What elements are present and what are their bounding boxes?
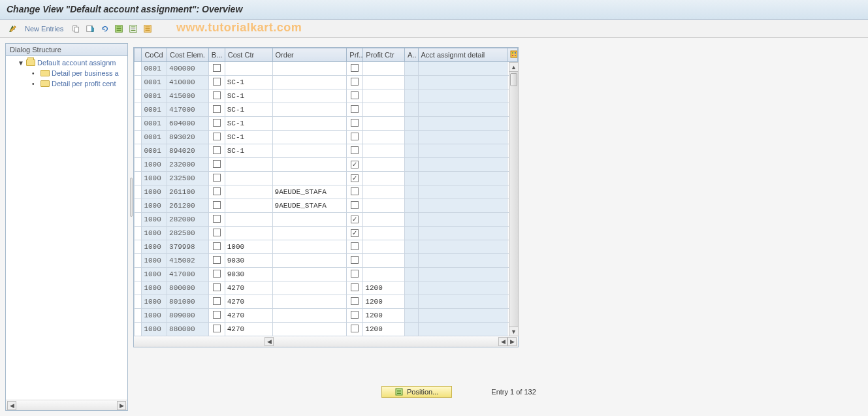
cell-cost-ctr[interactable]: 4270 xyxy=(225,323,272,336)
cell-b-checkbox[interactable] xyxy=(208,268,225,281)
cell-order[interactable]: 9AEUDE_STAFA xyxy=(272,185,347,199)
cell-cost-ctr[interactable]: SC-1 xyxy=(225,76,272,89)
new-entries-button[interactable]: New Entries xyxy=(25,25,63,33)
cell-prf-checkbox[interactable] xyxy=(347,103,363,117)
row-selector[interactable] xyxy=(135,323,142,336)
cell-profit-ctr[interactable] xyxy=(363,240,405,254)
cell-profit-ctr[interactable]: 1200 xyxy=(363,281,405,295)
cell-order[interactable] xyxy=(272,144,347,158)
cell-profit-ctr[interactable] xyxy=(363,268,405,281)
cell-b-checkbox[interactable] xyxy=(208,185,225,199)
cell-prf-checkbox[interactable] xyxy=(347,144,363,158)
cell-b-checkbox[interactable] xyxy=(208,172,225,185)
col-b[interactable]: B... xyxy=(208,48,225,62)
cell-order[interactable] xyxy=(272,281,347,295)
scroll-right-icon[interactable]: ▶ xyxy=(117,401,126,410)
scroll-left-icon[interactable]: ◀ xyxy=(7,401,16,410)
cell-b-checkbox[interactable] xyxy=(208,227,225,240)
cell-b-checkbox[interactable] xyxy=(208,323,225,336)
cell-b-checkbox[interactable] xyxy=(208,240,225,254)
cell-prf-checkbox[interactable] xyxy=(347,172,363,185)
row-selector[interactable] xyxy=(135,240,142,254)
col-cost-ctr[interactable]: Cost Ctr xyxy=(225,48,272,62)
cell-profit-ctr[interactable]: 1200 xyxy=(363,309,405,323)
row-selector[interactable] xyxy=(135,281,142,295)
cell-order[interactable] xyxy=(272,62,347,76)
col-a[interactable]: A.. xyxy=(405,48,418,62)
cell-order[interactable]: 9AEUDE_STAFA xyxy=(272,199,347,213)
cell-profit-ctr[interactable] xyxy=(363,117,405,131)
cell-profit-ctr[interactable] xyxy=(363,227,405,240)
cell-acct-detail[interactable] xyxy=(418,281,507,295)
cell-profit-ctr[interactable] xyxy=(363,199,405,213)
cell-prf-checkbox[interactable] xyxy=(347,240,363,254)
row-selector[interactable] xyxy=(135,131,142,144)
cell-b-checkbox[interactable] xyxy=(208,144,225,158)
cell-acct-detail[interactable] xyxy=(418,254,507,268)
cell-profit-ctr[interactable]: 1200 xyxy=(363,295,405,309)
row-selector[interactable] xyxy=(135,172,142,185)
cell-order[interactable] xyxy=(272,76,347,89)
scroll-thumb[interactable] xyxy=(510,73,517,86)
splitter-grip-icon[interactable] xyxy=(130,178,133,217)
cell-prf-checkbox[interactable] xyxy=(347,199,363,213)
cell-b-checkbox[interactable] xyxy=(208,254,225,268)
cell-acct-detail[interactable] xyxy=(418,227,507,240)
cell-acct-detail[interactable] xyxy=(418,309,507,323)
cell-b-checkbox[interactable] xyxy=(208,103,225,117)
row-selector[interactable] xyxy=(135,254,142,268)
cell-prf-checkbox[interactable] xyxy=(347,185,363,199)
cell-order[interactable] xyxy=(272,268,347,281)
tree-hscrollbar[interactable]: ◀ ▶ xyxy=(6,400,127,410)
col-cost-elem[interactable]: Cost Elem. xyxy=(167,48,209,62)
cell-cost-ctr[interactable]: SC-1 xyxy=(225,103,272,117)
cell-prf-checkbox[interactable] xyxy=(347,254,363,268)
cell-cost-ctr[interactable]: SC-1 xyxy=(225,144,272,158)
cell-prf-checkbox[interactable] xyxy=(347,89,363,103)
cell-order[interactable] xyxy=(272,295,347,309)
cell-cost-ctr[interactable] xyxy=(225,185,272,199)
cell-profit-ctr[interactable] xyxy=(363,76,405,89)
cell-b-checkbox[interactable] xyxy=(208,158,225,172)
tree-item-detail-profit[interactable]: • Detail per profit cent xyxy=(6,78,127,89)
cell-cost-ctr[interactable]: 1000 xyxy=(225,240,272,254)
row-selector[interactable] xyxy=(135,309,142,323)
cell-profit-ctr[interactable] xyxy=(363,172,405,185)
cell-profit-ctr[interactable] xyxy=(363,131,405,144)
cell-cost-ctr[interactable]: 4270 xyxy=(225,281,272,295)
row-selector[interactable] xyxy=(135,185,142,199)
col-prf[interactable]: Prf... xyxy=(347,48,363,62)
cell-acct-detail[interactable] xyxy=(418,158,507,172)
cell-order[interactable] xyxy=(272,323,347,336)
cell-order[interactable] xyxy=(272,158,347,172)
row-selector-header[interactable] xyxy=(135,48,142,62)
scroll-right-icon[interactable]: ▶ xyxy=(507,337,517,346)
cell-acct-detail[interactable] xyxy=(418,323,507,336)
cell-profit-ctr[interactable] xyxy=(363,213,405,227)
cell-acct-detail[interactable] xyxy=(418,103,507,117)
cell-profit-ctr[interactable]: 1200 xyxy=(363,323,405,336)
col-order[interactable]: Order xyxy=(272,48,347,62)
cell-cost-ctr[interactable] xyxy=(225,227,272,240)
cell-acct-detail[interactable] xyxy=(418,268,507,281)
row-selector[interactable] xyxy=(135,199,142,213)
tree-item-detail-business[interactable]: • Detail per business a xyxy=(6,68,127,78)
cell-acct-detail[interactable] xyxy=(418,240,507,254)
cell-cost-ctr[interactable]: SC-1 xyxy=(225,117,272,131)
cell-b-checkbox[interactable] xyxy=(208,295,225,309)
cell-prf-checkbox[interactable] xyxy=(347,309,363,323)
cell-acct-detail[interactable] xyxy=(418,185,507,199)
row-selector[interactable] xyxy=(135,295,142,309)
cell-prf-checkbox[interactable] xyxy=(347,227,363,240)
cell-prf-checkbox[interactable] xyxy=(347,295,363,309)
cell-b-checkbox[interactable] xyxy=(208,76,225,89)
row-selector[interactable] xyxy=(135,76,142,89)
scroll-left-icon[interactable]: ◀ xyxy=(265,337,274,346)
cell-acct-detail[interactable] xyxy=(418,89,507,103)
cell-profit-ctr[interactable] xyxy=(363,144,405,158)
scroll-up-icon[interactable]: ▲ xyxy=(509,63,518,72)
cell-cost-ctr[interactable]: 4270 xyxy=(225,295,272,309)
row-selector[interactable] xyxy=(135,62,142,76)
cell-b-checkbox[interactable] xyxy=(208,281,225,295)
cell-profit-ctr[interactable] xyxy=(363,62,405,76)
